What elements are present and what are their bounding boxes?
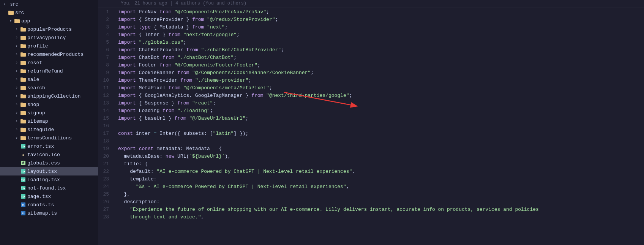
- code-token: from: [163, 108, 174, 114]
- folder-arrow-icon: ›: [14, 52, 20, 57]
- code-token: import: [118, 9, 136, 15]
- code-token: ;: [210, 108, 213, 114]
- sidebar-item-label: search: [27, 85, 45, 91]
- sidebar-item-popularProducts[interactable]: ›popularProducts: [0, 25, 98, 33]
- sidebar-item-sizeguide[interactable]: ›sizeguide: [0, 125, 98, 134]
- sidebar-item-reset[interactable]: ›reset: [0, 58, 98, 67]
- code-token: { baseUrl }: [136, 115, 174, 121]
- line-number: 25: [98, 190, 115, 198]
- sidebar-item-search[interactable]: ›search: [0, 84, 98, 92]
- code-token: through text and voice.": [130, 214, 201, 220]
- code-token: import: [118, 40, 136, 45]
- sidebar-item-sale[interactable]: ›sale: [0, 75, 98, 84]
- code-token: inter: [133, 131, 154, 136]
- line-number: 26: [98, 198, 115, 205]
- svg-rect-13: [21, 61, 23, 62]
- code-token: [204, 24, 207, 30]
- sidebar-item-label: src: [15, 10, 24, 16]
- sidebar-item-not-found.tsx[interactable]: TSXnot-found.tsx: [0, 184, 98, 192]
- code-token: const: [118, 131, 133, 136]
- svg-text:TSX: TSX: [21, 145, 25, 148]
- sidebar-item-privacypolicy[interactable]: ›privacypolicy: [0, 33, 98, 42]
- sidebar-item-error.tsx[interactable]: TSXerror.tsx: [0, 142, 98, 150]
- code-token: "./theme-provider": [195, 77, 248, 83]
- line-code: through text and voice.",: [115, 213, 644, 221]
- sidebar-item-recommendedProducts[interactable]: ›recommendedProducts: [0, 50, 98, 58]
- sidebar-item-shippingCollection[interactable]: ›shippingCollection: [0, 92, 98, 100]
- code-token: from: [180, 77, 192, 83]
- sidebar-item-loading.tsx[interactable]: TSXloading.tsx: [0, 175, 98, 184]
- sidebar-item-globals.css[interactable]: #globals.css: [0, 159, 98, 167]
- sidebar-item-layout.tsx[interactable]: TSXlayout.tsx: [0, 167, 98, 175]
- code-token: metadataBase:: [118, 153, 166, 159]
- code-token: "@/Components/Footer/Footer": [174, 62, 257, 68]
- line-code: import type { Metadata } from "next";: [115, 23, 644, 31]
- tsx-file-icon: TSX: [20, 194, 27, 199]
- sidebar-item-label: signup: [27, 110, 45, 116]
- sidebar-item-robots.ts[interactable]: TSrobots.ts: [0, 201, 98, 209]
- code-token: from: [159, 9, 171, 15]
- folder-icon: [14, 18, 21, 24]
- sidebar-item-label: shop: [27, 102, 39, 107]
- sidebar-item-src[interactable]: src: [0, 8, 98, 17]
- code-token: import: [118, 93, 136, 98]
- svg-rect-23: [21, 103, 23, 104]
- folder-icon: [20, 60, 27, 65]
- table-row: 6import ChatBotProvider from "./chatBot/…: [98, 46, 644, 54]
- line-number: 1: [98, 8, 115, 16]
- code-token: { GoogleAnalytics, GoogleTagManager }: [136, 93, 251, 98]
- code-token: { Suspense }: [136, 100, 177, 106]
- sidebar-item-profile[interactable]: ›profile: [0, 42, 98, 50]
- table-row: 23 template:: [98, 175, 644, 183]
- line-number: 8: [98, 61, 115, 69]
- code-token: [204, 17, 207, 22]
- sidebar-item-label: sitemap: [27, 119, 48, 124]
- folder-arrow-icon: ›: [14, 27, 20, 32]
- table-row: 7import ChatBot from "./chatBot/ChatBot"…: [98, 54, 644, 61]
- sidebar-item-signup[interactable]: ›signup: [0, 109, 98, 117]
- sidebar-item-page.tsx[interactable]: TSXpage.tsx: [0, 192, 98, 201]
- line-number: 2: [98, 16, 115, 23]
- code-token: MetaPixel: [136, 85, 169, 91]
- folder-icon: [20, 43, 27, 49]
- sidebar-item-favicon.ico[interactable]: ★favicon.ico: [0, 150, 98, 159]
- sidebar-item-sitemap.ts[interactable]: TSsitemap.ts: [0, 209, 98, 217]
- code-token: import: [118, 24, 136, 30]
- table-row: 18: [98, 137, 644, 145]
- code-token: from: [177, 70, 189, 76]
- code-token: "./chatBot/ChatBotProvider": [201, 47, 281, 53]
- sidebar-item-label: privacypolicy: [27, 35, 66, 41]
- line-code: import ProNav from "@/ComponentsPro/ProN…: [115, 8, 644, 16]
- sidebar-item-sitemap[interactable]: ›sitemap: [0, 117, 98, 125]
- svg-rect-3: [14, 19, 17, 20]
- table-row: 15import { baseUrl } from "@/BaseUrl/bas…: [98, 114, 644, 122]
- line-code: import Footer from "@/Components/Footer/…: [115, 61, 644, 69]
- code-token: ,: [352, 169, 355, 174]
- code-token: [136, 146, 139, 152]
- sidebar-item-label: sitemap.ts: [27, 210, 57, 216]
- line-number: 6: [98, 46, 115, 54]
- sidebar-item-returnRefund[interactable]: ›returnRefund: [0, 67, 98, 75]
- table-row: 8import Footer from "@/Components/Footer…: [98, 61, 644, 69]
- code-token: [189, 70, 192, 76]
- sidebar-item-label: layout.tsx: [27, 169, 57, 174]
- code-token: [118, 184, 136, 190]
- code-token: "./globals.css": [139, 40, 183, 45]
- code-token: import: [118, 32, 136, 38]
- code-token: description:: [118, 199, 159, 205]
- star-icon: ★: [20, 152, 27, 158]
- sidebar-item-shop[interactable]: ›shop: [0, 100, 98, 109]
- table-row: 1import ProNav from "@/ComponentsPro/Pro…: [98, 8, 644, 16]
- line-number: 4: [98, 31, 115, 38]
- sidebar-item-label: reset: [27, 60, 42, 66]
- sidebar-item-app[interactable]: ▾app: [0, 17, 98, 25]
- code-token: ,: [201, 214, 204, 220]
- code-token: import: [118, 70, 136, 76]
- code-token: Footer: [136, 62, 159, 68]
- code-token: [263, 93, 266, 98]
- table-row: 16: [98, 122, 644, 130]
- sidebar-item-label: favicon.ico: [27, 152, 60, 158]
- sidebar-item-termsConditions[interactable]: ›termsConditions: [0, 134, 98, 142]
- code-token: ;: [183, 40, 186, 45]
- line-number: 23: [98, 175, 115, 183]
